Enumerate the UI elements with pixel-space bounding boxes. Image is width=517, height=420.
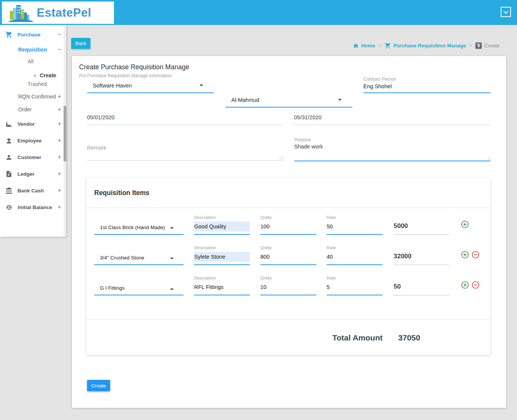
dropdown-arrow-icon xyxy=(170,227,174,229)
requested-by-select[interactable]: Al-Mahmud xyxy=(226,93,352,108)
sidebar-item-rqn-confirmed[interactable]: RQN Confirmed + xyxy=(0,91,66,102)
description-input[interactable]: Description Sylete Stone xyxy=(194,245,250,265)
sidebar-item-label: Customer xyxy=(17,155,41,160)
description-input[interactable]: Description RFL Fittings xyxy=(194,276,250,295)
sidebar-item-purchase[interactable]: Purchase − xyxy=(0,29,66,40)
item-row-1: 1st Class Brick (Hand Made) Description … xyxy=(86,211,491,242)
items-card-title: Requisition Items xyxy=(94,189,149,197)
resize-handle-icon[interactable] xyxy=(487,156,491,160)
buildings-logo-icon xyxy=(9,4,33,22)
bank-icon xyxy=(5,187,12,194)
sidebar-item-order[interactable]: Order + xyxy=(0,104,66,115)
chevron-down-icon xyxy=(503,9,508,14)
factory-icon xyxy=(5,120,12,128)
archive-icon xyxy=(475,42,482,49)
collapse-minus-icon[interactable]: − xyxy=(58,46,61,53)
quantity-input[interactable]: Qntity 100 xyxy=(260,215,316,235)
page-subtitle: Put Purchase Requisition Manage Informat… xyxy=(79,73,172,78)
expand-plus-icon[interactable]: + xyxy=(58,170,61,178)
remark-textarea-wrap xyxy=(87,136,283,161)
remove-row-button[interactable] xyxy=(472,251,480,259)
sidebar-item-employee[interactable]: Employee + xyxy=(0,135,66,146)
divider xyxy=(86,208,491,208)
chevron-right-icon xyxy=(32,73,37,78)
purpose-textarea-wrap[interactable]: Purpose Shade work xyxy=(294,136,491,161)
sidebar-item-initial-balance[interactable]: Initial Balance + xyxy=(0,201,66,213)
sidebar-item-label: Initial Balance xyxy=(18,205,52,210)
add-row-button[interactable] xyxy=(461,251,469,259)
quantity-input[interactable]: Qntity 800 xyxy=(260,245,316,265)
breadcrumb-separator: > xyxy=(469,43,472,48)
sidebar-item-label: All xyxy=(28,58,34,64)
total-amount-value: 37050 xyxy=(398,333,420,342)
dropdown-arrow-icon xyxy=(170,258,174,259)
sidebar-item-label: Order xyxy=(18,106,32,112)
company-select[interactable]: Software Haven xyxy=(87,79,214,93)
expand-plus-icon[interactable]: + xyxy=(58,137,61,144)
expand-plus-icon[interactable]: + xyxy=(58,203,61,211)
start-date-field[interactable]: 05/01/2020 xyxy=(87,112,283,125)
expand-plus-icon[interactable]: + xyxy=(58,120,61,128)
sidebar-item-label: Employee xyxy=(17,138,42,144)
scales-icon xyxy=(5,204,13,211)
sidebar-scrollbar-thumb[interactable] xyxy=(64,106,66,161)
sidebar-item-label: Ledger xyxy=(17,171,34,177)
sidebar-item-all[interactable]: All xyxy=(0,56,66,67)
sidebar-item-label: Create xyxy=(40,72,56,78)
item-select[interactable]: G I Fittings xyxy=(94,276,184,295)
expand-plus-icon[interactable]: + xyxy=(58,153,61,161)
breadcrumb: Home > Purchase Requisition Manage > Cre… xyxy=(353,42,500,49)
item-select[interactable]: 3/4" Crushed Stone xyxy=(94,245,184,265)
expand-plus-icon[interactable]: + xyxy=(58,106,61,113)
sidebar-item-label: RQN Confirmed xyxy=(18,94,56,100)
sidebar-scrollbar[interactable] xyxy=(64,25,66,237)
rate-input[interactable]: Rate 40 xyxy=(327,245,383,265)
rate-input[interactable]: Rate 5 xyxy=(327,276,383,295)
field-label: Purpose xyxy=(294,137,491,142)
sidebar-item-label: Requisition xyxy=(18,47,47,53)
quantity-input[interactable]: Qntity 10 xyxy=(260,276,316,295)
sidebar-item-requisition[interactable]: Requisition − xyxy=(0,44,66,55)
collapse-minus-icon[interactable]: − xyxy=(58,31,61,38)
remove-row-button[interactable] xyxy=(472,281,480,289)
sidebar-item-trashed[interactable]: Trashed xyxy=(0,78,66,90)
total-section: Total Amount 37050 xyxy=(86,319,491,355)
brand-name: EstatePel xyxy=(37,6,91,20)
sidebar-item-label: Trashed xyxy=(28,81,47,87)
item-row-2: 3/4" Crushed Stone Description Sylete St… xyxy=(86,242,491,272)
app-header: EstatePel xyxy=(0,0,517,25)
sidebar: Purchase − Requisition − All Create Tras… xyxy=(0,25,66,237)
back-button[interactable]: Back xyxy=(71,38,90,49)
person-icon xyxy=(5,154,12,161)
cart-icon xyxy=(385,42,391,49)
sidebar-item-label: Vendor xyxy=(17,121,35,127)
field-label: Contract Person xyxy=(363,77,491,82)
brand-logo[interactable]: EstatePel xyxy=(2,2,114,24)
expand-plus-icon[interactable]: + xyxy=(58,93,61,100)
description-input[interactable]: Description Good Quality xyxy=(194,215,250,235)
rate-input[interactable]: Rate 50 xyxy=(327,215,383,235)
breadcrumb-home[interactable]: Home xyxy=(353,43,375,49)
breadcrumb-separator: > xyxy=(378,43,381,48)
create-button[interactable]: Create xyxy=(87,380,110,391)
sidebar-item-create[interactable]: Create xyxy=(0,67,66,78)
item-row-3: G I Fittings Description RFL Fittings Qn… xyxy=(86,272,491,302)
cart-icon xyxy=(5,31,12,38)
sidebar-item-vendor[interactable]: Vendor + xyxy=(0,118,66,130)
svg-text:$: $ xyxy=(8,173,9,176)
remark-textarea[interactable] xyxy=(87,145,283,159)
contract-person-field[interactable]: Contract Person Eng.Shohel xyxy=(363,77,491,93)
dropdown-arrow-up-icon xyxy=(170,288,174,290)
breadcrumb-purchase-requisition-manage[interactable]: Purchase Requisition Manage xyxy=(385,42,466,49)
sidebar-item-ledger[interactable]: $ Ledger + xyxy=(0,168,66,180)
amount-value: 32000 xyxy=(394,245,449,265)
expand-plus-icon[interactable]: + xyxy=(58,187,61,194)
add-row-button[interactable] xyxy=(461,281,469,289)
amount-value: 50 xyxy=(394,276,449,295)
item-select[interactable]: 1st Class Brick (Hand Made) xyxy=(94,215,184,235)
sidebar-item-customer[interactable]: Customer + xyxy=(0,151,66,163)
add-row-button[interactable] xyxy=(461,220,469,228)
end-date-field[interactable]: 05/31/2020 xyxy=(294,112,490,125)
sidebar-item-bank-cash[interactable]: Bank Cash + xyxy=(0,185,66,196)
header-collapse-button[interactable] xyxy=(501,7,511,17)
